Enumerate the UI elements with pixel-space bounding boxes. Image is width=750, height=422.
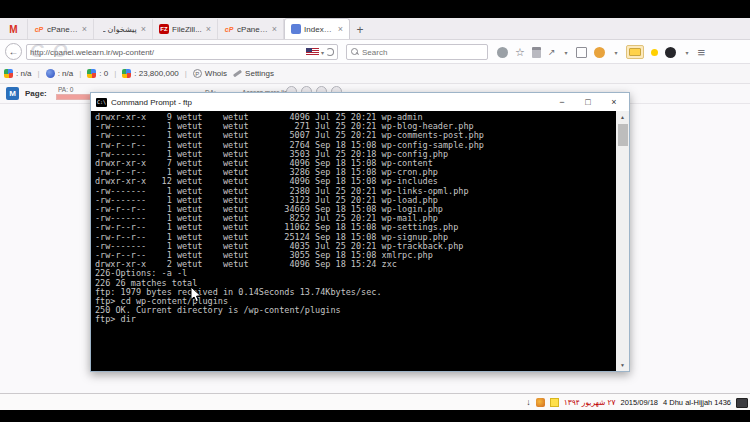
screen: McPcPanel X×پیشخوان ـ×FZFileZill...×cPcP…	[0, 0, 750, 422]
tab-label: cPanel ...	[237, 25, 268, 34]
cmd-icon: C:\	[96, 98, 107, 107]
highlighter-icon	[629, 48, 641, 56]
command-prompt-titlebar[interactable]: C:\ Command Prompt - ftp − □ ×	[91, 93, 629, 111]
menu-hamburger-icon[interactable]: ≡	[697, 46, 705, 59]
toolbar-icons: ☆ ↗ ▾ ▾ ▾ ≡	[497, 40, 705, 64]
seo-metric-settings[interactable]: Settings	[233, 69, 274, 78]
tab-close-icon[interactable]: ×	[82, 24, 87, 34]
navigation-toolbar: ← ▾ ☆ ↗ ▾ ▾	[0, 40, 750, 64]
mouse-cursor	[190, 286, 202, 303]
bookmarks-menu-icon[interactable]	[532, 47, 541, 58]
seo-metric-whois[interactable]: PWhois	[193, 69, 227, 78]
tab-bar: McPcPanel X×پیشخوان ـ×FZFileZill...×cPcP…	[0, 18, 750, 40]
share-arrow-icon[interactable]: ↗	[548, 48, 556, 57]
persian-date: ۲۷ شهریور ۱۳۹۴	[564, 398, 616, 407]
search-input[interactable]	[362, 48, 483, 57]
gmail-icon: M	[9, 24, 19, 34]
tab-label: cPanel X	[47, 25, 78, 34]
cpanel-icon: cP	[224, 24, 234, 34]
tab-label: Index o...	[304, 25, 334, 34]
tab-filezilla[interactable]: FZFileZill...×	[153, 19, 218, 39]
tab-index[interactable]: Index o...×	[284, 18, 350, 39]
page-tool-icon[interactable]	[576, 47, 587, 58]
window-title: Command Prompt - ftp	[111, 98, 192, 107]
us-flag-icon	[306, 48, 319, 56]
search-bar[interactable]	[346, 44, 488, 60]
settings-icon	[233, 70, 242, 78]
gregorian-date: 2015/09/18	[620, 398, 658, 407]
yellow-dot-icon[interactable]	[651, 49, 658, 56]
alexa-rank-icon	[46, 69, 55, 78]
seo-metric-value: : n/a	[16, 69, 32, 78]
tab-gmail[interactable]: M	[0, 19, 28, 39]
download-arrow-icon[interactable]: ↓	[526, 398, 531, 407]
back-button[interactable]: ←	[5, 43, 22, 60]
addon-dark-icon[interactable]	[665, 47, 676, 58]
filezilla-icon: FZ	[159, 24, 169, 34]
reload-icon[interactable]	[326, 48, 334, 56]
tab-dashboard[interactable]: پیشخوان ـ×	[94, 19, 153, 39]
chevron-down-icon[interactable]: ▾	[321, 49, 324, 56]
hijri-date[interactable]: 4 Dhu al-Hijjah 1436	[663, 398, 731, 407]
separator: |	[185, 69, 187, 78]
cpanel-icon: cP	[34, 24, 44, 34]
tab-label: FileZill...	[172, 25, 202, 34]
tab-cpanel-1[interactable]: cPcPanel X×	[28, 19, 94, 39]
tab-label: پیشخوان ـ	[103, 25, 137, 34]
seo-toolbar-row1: : n/a|: n/a|: 0|: 23,800,000|PWhoisSetti…	[0, 64, 750, 84]
bookmark-star-icon[interactable]: ☆	[515, 47, 525, 58]
command-prompt-window: C:\ Command Prompt - ftp − □ × drwxr-xr-…	[90, 92, 630, 372]
tray-yellow-icon[interactable]	[550, 398, 559, 407]
tab-close-icon[interactable]: ×	[272, 24, 277, 34]
seo-metric-google-plus[interactable]: : 0	[87, 69, 108, 78]
close-button[interactable]: ×	[601, 93, 627, 111]
whois-icon: P	[193, 69, 202, 78]
maximize-button[interactable]: □	[575, 93, 601, 111]
search-icon	[351, 48, 359, 56]
page-metrics-label: Page:	[25, 89, 47, 98]
terminal-line: ftp> dir	[95, 315, 615, 324]
google-pagerank-icon	[4, 69, 13, 78]
new-tab-button[interactable]: +	[350, 21, 370, 39]
separator: |	[79, 69, 81, 78]
seo-metric-value: Settings	[245, 69, 274, 78]
tray-app-icon[interactable]	[536, 398, 545, 407]
touch-keyboard-icon[interactable]	[736, 398, 748, 408]
seo-metric-google-pagerank[interactable]: : n/a	[4, 69, 32, 78]
seo-metric-value: : 0	[99, 69, 108, 78]
tab-close-icon[interactable]: ×	[141, 24, 146, 34]
url-input[interactable]	[30, 48, 306, 57]
system-tray: ↓ ۲۷ شهریور ۱۳۹۴ 2015/09/18 4 Dhu al-Hij…	[526, 394, 748, 411]
moz-icon: M	[6, 87, 19, 100]
minimize-button[interactable]: −	[549, 93, 575, 111]
addon-orange-icon[interactable]	[594, 47, 605, 58]
highlighter-active-button[interactable]	[626, 45, 644, 59]
globe-icon[interactable]	[497, 47, 508, 58]
chevron-down-icon[interactable]: ▾	[564, 49, 567, 56]
seo-metric-value: : n/a	[58, 69, 74, 78]
terminal-scrollbar[interactable]: ▲ ▼	[616, 111, 629, 371]
scrollbar-thumb[interactable]	[618, 124, 628, 146]
separator: |	[38, 69, 40, 78]
address-bar[interactable]: ▾	[26, 44, 338, 60]
letterbox-bottom	[0, 410, 750, 422]
scroll-up-icon[interactable]: ▲	[616, 111, 629, 123]
chevron-down-icon[interactable]: ▾	[614, 49, 617, 56]
google-plus-icon	[87, 69, 96, 78]
taskbar[interactable]: ↓ ۲۷ شهریور ۱۳۹۴ 2015/09/18 4 Dhu al-Hij…	[0, 393, 750, 410]
seo-metric-google-index[interactable]: : 23,800,000	[122, 69, 178, 78]
terminal-line: 250 OK. Current directory is /wp-content…	[95, 306, 615, 315]
scroll-down-icon[interactable]: ▼	[616, 359, 629, 371]
chevron-down-icon[interactable]: ▾	[685, 49, 688, 56]
terminal[interactable]: drwxr-xr-x 9 wetut wetut 4096 Jul 25 20:…	[91, 111, 629, 371]
page-icon	[291, 24, 301, 34]
seo-metric-alexa-rank[interactable]: : n/a	[46, 69, 74, 78]
seo-metric-value: : 23,800,000	[134, 69, 178, 78]
google-index-icon	[122, 69, 131, 78]
letterbox-top	[0, 0, 750, 18]
pa-score: PA: 0	[58, 86, 73, 93]
separator: |	[114, 69, 116, 78]
tab-close-icon[interactable]: ×	[338, 24, 343, 34]
tab-close-icon[interactable]: ×	[206, 24, 211, 34]
tab-cpanel-2[interactable]: cPcPanel ...×	[218, 19, 284, 39]
